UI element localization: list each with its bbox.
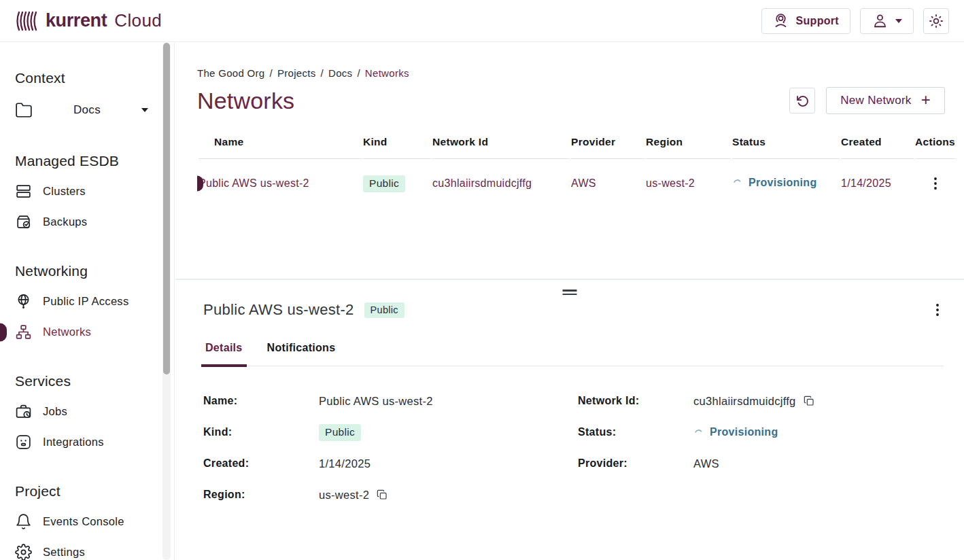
logo-brand-text: kurrent: [46, 10, 107, 31]
active-item-indicator: [0, 323, 7, 341]
user-menu-button[interactable]: [860, 8, 914, 34]
field-status: Status: Provisioning: [578, 417, 944, 448]
user-icon: [872, 12, 889, 29]
breadcrumb: The Good Org/Projects/Docs/Networks: [197, 67, 945, 79]
breadcrumb-separator: /: [321, 67, 324, 79]
status-badge: Provisioning: [693, 426, 778, 438]
created-value: 1/14/2025: [841, 177, 891, 189]
logo-product-text: Cloud: [114, 10, 162, 31]
sidebar-item-settings[interactable]: Settings: [15, 537, 174, 560]
status-badge: Provisioning: [732, 177, 817, 189]
sidebar-item-backups[interactable]: Backups: [15, 207, 174, 237]
table-row[interactable]: Public AWS us-west-2 Public cu3hlaiirsdm…: [199, 159, 956, 208]
context-project-selector[interactable]: Docs: [15, 93, 150, 127]
refresh-button[interactable]: [789, 88, 815, 113]
breadcrumb-separator: /: [269, 67, 272, 79]
sidebar-item-networks[interactable]: Networks: [15, 317, 174, 347]
tab-details[interactable]: Details: [203, 342, 245, 366]
detail-fields: Name: Public AWS us-west-2 Kind: Public …: [203, 385, 944, 510]
sidebar-item-label: Jobs: [43, 405, 67, 418]
sidebar-section-project: Project: [15, 483, 174, 500]
support-button[interactable]: Support: [761, 8, 850, 34]
field-value: 1/14/2025: [319, 457, 371, 470]
support-label: Support: [796, 15, 839, 27]
sidebar-item-label: Settings: [43, 546, 85, 559]
field-label: Name:: [203, 395, 319, 407]
kurrent-cloud-logo[interactable]: kurrent Cloud: [15, 10, 162, 32]
panel-resize-handle[interactable]: [563, 287, 577, 297]
field-created: Created: 1/14/2025: [203, 448, 578, 479]
spinner-icon: [693, 427, 704, 438]
detail-fields-right: Network Id: cu3hlaiirsdmuidcjffg: [578, 385, 944, 510]
sun-icon: [928, 13, 944, 29]
networks-list-section: The Good Org/Projects/Docs/Networks Netw…: [175, 43, 964, 279]
sidebar-item-events-console[interactable]: Events Console: [15, 506, 174, 537]
new-network-label: New Network: [840, 94, 911, 107]
status-label: Provisioning: [710, 426, 778, 438]
sidebar-section-managed-esdb: Managed ESDB: [15, 153, 174, 169]
sidebar-scrollbar-track[interactable]: [162, 43, 171, 560]
sidebar-item-jobs[interactable]: Jobs: [15, 396, 174, 427]
page-title: Networks: [197, 88, 294, 114]
status-label: Provisioning: [748, 177, 817, 189]
network-name-link[interactable]: Public AWS us-west-2: [199, 177, 309, 189]
detail-actions-menu-button[interactable]: [931, 300, 944, 319]
spinner-icon: [732, 177, 742, 188]
field-value: AWS: [693, 457, 719, 470]
plus-icon: +: [921, 92, 931, 108]
sidebar-item-label: Integrations: [43, 436, 104, 449]
gear-icon: [15, 544, 32, 560]
sidebar-item-public-ip-access[interactable]: Public IP Access: [15, 286, 174, 317]
main-content: The Good Org/Projects/Docs/Networks Netw…: [175, 43, 964, 560]
row-actions-menu-button[interactable]: [929, 174, 942, 193]
field-provider: Provider: AWS: [578, 448, 944, 479]
briefcase-clock-icon: [15, 403, 32, 420]
kind-badge: Public: [319, 424, 361, 441]
sidebar-section-services: Services: [15, 373, 174, 389]
breadcrumb-project-docs[interactable]: Docs: [328, 67, 352, 79]
page-actions: New Network +: [789, 87, 945, 114]
new-network-button[interactable]: New Network +: [826, 87, 945, 114]
tab-notifications[interactable]: Notifications: [265, 342, 338, 366]
top-header: kurrent Cloud Support: [0, 0, 964, 42]
selected-row-indicator: [197, 176, 203, 192]
column-header-status: Status: [732, 130, 840, 159]
power-outlet-icon: [15, 434, 32, 451]
sidebar-item-label: Events Console: [43, 515, 124, 528]
field-value: cu3hlaiirsdmuidcjffg: [693, 395, 796, 408]
copy-region-button[interactable]: [377, 489, 388, 500]
topbar-actions: Support: [761, 8, 949, 34]
sidebar-item-clusters[interactable]: Clusters: [15, 176, 174, 207]
globe-node-icon: [15, 293, 32, 310]
field-label: Region:: [203, 489, 319, 501]
theme-toggle-button[interactable]: [923, 8, 949, 34]
sidebar: Context Docs Managed ESDB Clusters: [0, 43, 175, 560]
sidebar-item-label: Backups: [43, 215, 87, 228]
column-header-kind: Kind: [363, 130, 431, 159]
field-value: Public AWS us-west-2: [319, 395, 433, 408]
breadcrumb-org[interactable]: The Good Org: [197, 67, 264, 79]
backup-box-check-icon: [15, 213, 32, 230]
copy-network-id-button[interactable]: [804, 396, 814, 406]
field-name: Name: Public AWS us-west-2: [203, 385, 578, 417]
sidebar-section-networking: Networking: [15, 263, 174, 279]
breadcrumb-current: Networks: [365, 67, 409, 79]
field-label: Status:: [578, 426, 693, 438]
field-value: us-west-2: [319, 489, 369, 502]
sidebar-scrollbar-thumb[interactable]: [163, 43, 170, 374]
bell-icon: [15, 513, 32, 530]
field-label: Provider:: [578, 457, 693, 470]
field-label: Network Id:: [578, 395, 693, 407]
breadcrumb-projects[interactable]: Projects: [277, 67, 316, 79]
breadcrumb-separator: /: [357, 67, 360, 79]
networks-table: Name Kind Network Id Provider Region Sta…: [197, 130, 957, 208]
sidebar-item-integrations[interactable]: Integrations: [15, 427, 174, 457]
folder-icon: [15, 101, 33, 119]
refresh-icon: [795, 94, 810, 108]
server-stack-icon: [15, 183, 32, 200]
sidebar-item-label: Networks: [43, 326, 91, 338]
soundwave-logo-icon: [15, 10, 39, 32]
network-detail-panel: Public AWS us-west-2 Public Details Noti…: [175, 279, 964, 510]
chevron-down-icon: [895, 19, 902, 23]
field-kind: Kind: Public: [203, 417, 578, 448]
